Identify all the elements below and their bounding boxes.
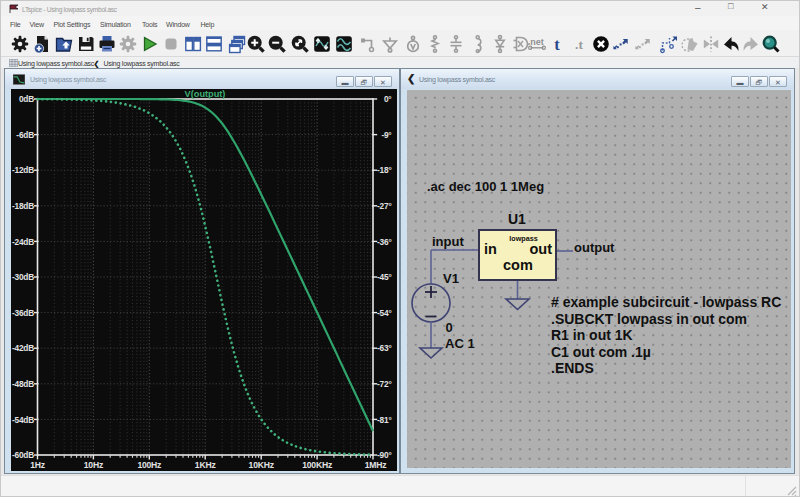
svg-text:-24dB: -24dB xyxy=(12,237,34,247)
svg-text:-18dB: -18dB xyxy=(12,201,34,211)
svg-text:-36°: -36° xyxy=(377,237,392,247)
svg-text:-18°: -18° xyxy=(377,165,392,175)
svg-text:0dB: 0dB xyxy=(19,94,34,104)
svg-text:-54dB: -54dB xyxy=(12,415,34,425)
svg-text:100KHz: 100KHz xyxy=(302,460,332,470)
svg-text:-48dB: -48dB xyxy=(12,379,34,389)
svg-text:10KHz: 10KHz xyxy=(249,460,274,470)
svg-text:1Hz: 1Hz xyxy=(30,460,45,470)
svg-text:V(output): V(output) xyxy=(185,89,226,99)
svg-text:-9°: -9° xyxy=(381,130,391,140)
svg-text:10Hz: 10Hz xyxy=(84,460,103,470)
svg-text:-27°: -27° xyxy=(377,201,392,211)
svg-text:-42dB: -42dB xyxy=(12,343,34,353)
svg-text:-30dB: -30dB xyxy=(12,272,34,282)
svg-text:100Hz: 100Hz xyxy=(137,460,161,470)
svg-text:0°: 0° xyxy=(384,94,392,104)
svg-text:1KHz: 1KHz xyxy=(195,460,216,470)
svg-text:-72°: -72° xyxy=(377,379,392,389)
svg-text:-36dB: -36dB xyxy=(12,308,34,318)
svg-text:-54°: -54° xyxy=(377,308,392,318)
svg-text:t: t xyxy=(554,35,560,54)
svg-text:-12dB: -12dB xyxy=(12,165,34,175)
svg-text:1MHz: 1MHz xyxy=(365,460,387,470)
svg-text:-6dB: -6dB xyxy=(16,130,34,140)
svg-text:-63°: -63° xyxy=(377,343,392,353)
svg-text:-81°: -81° xyxy=(377,415,392,425)
svg-text:.t: .t xyxy=(575,37,583,52)
svg-text:-45°: -45° xyxy=(377,272,392,282)
svg-text:net: net xyxy=(530,37,544,47)
